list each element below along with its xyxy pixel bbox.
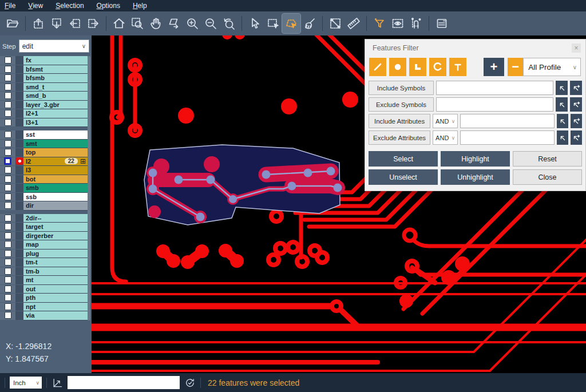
- include-attributes-button[interactable]: Include Attributes: [369, 114, 430, 128]
- layer-name[interactable]: bot: [23, 175, 88, 184]
- exclude-symbols-button[interactable]: Exclude Symbols: [369, 97, 434, 112]
- include-symbols-button[interactable]: Include Symbols: [369, 81, 434, 95]
- zoom-in-button[interactable]: [183, 14, 201, 33]
- zoom-area-button[interactable]: [128, 14, 146, 33]
- drag-view-button[interactable]: [165, 14, 183, 33]
- layer-checkbox[interactable]: [4, 157, 11, 165]
- layer-checkbox[interactable]: [5, 223, 11, 230]
- layer-name[interactable]: smd_t: [23, 83, 88, 92]
- pick-add-button[interactable]: [570, 81, 582, 95]
- layer-checkbox[interactable]: [5, 131, 11, 138]
- menu-view[interactable]: View: [28, 2, 43, 10]
- layer-name[interactable]: l3+1: [23, 118, 88, 128]
- layer-checkbox[interactable]: [5, 268, 11, 275]
- pick-add-button[interactable]: [571, 114, 582, 128]
- layer-name[interactable]: fx: [23, 56, 88, 65]
- angle-measure-icon[interactable]: [52, 377, 63, 389]
- layer-checkbox[interactable]: [5, 57, 11, 64]
- pick-add-button[interactable]: [571, 130, 582, 145]
- layer-name[interactable]: sst: [23, 130, 88, 140]
- layer-name[interactable]: plug: [23, 250, 88, 259]
- home-view-button[interactable]: [110, 14, 128, 33]
- layers-panel-button[interactable]: [433, 14, 451, 33]
- snap-mode-button[interactable]: [407, 14, 425, 33]
- layer-name[interactable]: smt: [23, 140, 88, 149]
- pick-button[interactable]: [556, 97, 568, 112]
- dialog-titlebar[interactable]: Features Filter ×: [365, 39, 585, 56]
- send-left-button[interactable]: [66, 14, 84, 33]
- polarity-positive-button[interactable]: +: [484, 58, 504, 76]
- exclude-attributes-button[interactable]: Exclude Attributes: [369, 130, 430, 145]
- layer-name[interactable]: l2+1: [23, 109, 88, 118]
- feature-type-surface-button[interactable]: [409, 58, 426, 76]
- select-polygon-button[interactable]: [282, 14, 300, 33]
- grid-icon[interactable]: ⊞: [80, 157, 86, 165]
- layer-checkbox[interactable]: [5, 294, 11, 301]
- layer-checkbox[interactable]: [5, 184, 11, 191]
- exclude-attributes-input[interactable]: [460, 130, 555, 145]
- layer-checkbox[interactable]: [5, 66, 11, 73]
- send-down-button[interactable]: [47, 14, 66, 33]
- layer-name[interactable]: via: [23, 311, 88, 320]
- layer-checkbox[interactable]: [5, 140, 11, 147]
- exclude-symbols-input[interactable]: [436, 97, 553, 112]
- layer-checkbox[interactable]: [5, 276, 11, 283]
- layer-name[interactable]: npt: [23, 303, 88, 312]
- pick-button[interactable]: [557, 130, 568, 145]
- features-filter-button[interactable]: [370, 14, 389, 33]
- layer-name[interactable]: bfsmt: [23, 65, 88, 74]
- pick-add-button[interactable]: [570, 97, 582, 112]
- layer-checkbox[interactable]: [5, 176, 11, 183]
- layer-name[interactable]: layer_3.gbr: [23, 101, 88, 110]
- layer-checkbox[interactable]: [5, 119, 11, 126]
- include-attributes-input[interactable]: [460, 114, 555, 128]
- feature-type-arc-button[interactable]: [429, 58, 446, 76]
- logic-select[interactable]: AND∨: [433, 114, 458, 128]
- layer-list-scrollbar[interactable]: [88, 56, 90, 320]
- menu-options[interactable]: Options: [97, 2, 120, 10]
- select-button[interactable]: Select: [369, 151, 438, 167]
- measure-ruler-button[interactable]: [345, 14, 363, 33]
- highlight-button[interactable]: Highlight: [441, 151, 510, 167]
- unhighlight-button[interactable]: Unhighlight: [441, 169, 510, 185]
- step-select[interactable]: edit ∨: [19, 39, 89, 53]
- layer-checkbox[interactable]: [5, 241, 11, 248]
- layer-checkbox[interactable]: [5, 101, 11, 108]
- command-input[interactable]: [68, 376, 180, 389]
- polarity-negative-button[interactable]: −: [508, 58, 523, 76]
- send-up-button[interactable]: [29, 14, 47, 33]
- layer-checkbox[interactable]: [5, 259, 11, 266]
- layer-name[interactable]: map: [23, 240, 88, 250]
- layer-checkbox[interactable]: [5, 232, 11, 239]
- layer-name[interactable]: top: [23, 148, 88, 157]
- layer-checkbox[interactable]: [5, 110, 11, 117]
- profile-select[interactable]: All Profile ∨: [523, 58, 581, 76]
- layer-name[interactable]: tm-b: [23, 267, 88, 276]
- layer-name[interactable]: smb: [23, 184, 88, 193]
- layer-checkbox[interactable]: [5, 149, 11, 156]
- pick-button[interactable]: [556, 81, 568, 95]
- pan-hand-button[interactable]: [146, 14, 165, 33]
- layer-checkbox[interactable]: [5, 303, 11, 310]
- layer-name[interactable]: tm-t: [23, 258, 88, 267]
- feature-type-pad-button[interactable]: [389, 58, 406, 76]
- layer-name[interactable]: pth: [23, 294, 88, 303]
- menu-file[interactable]: File: [5, 2, 15, 10]
- layer-checkbox[interactable]: [5, 193, 11, 200]
- layer-checkbox[interactable]: [5, 286, 11, 292]
- send-right-button[interactable]: [84, 14, 102, 33]
- layer-name[interactable]: smd_b: [23, 92, 88, 101]
- units-select[interactable]: Inch ∨: [10, 377, 42, 389]
- zoom-previous-button[interactable]: [220, 14, 238, 33]
- select-cursor-button[interactable]: [246, 14, 264, 33]
- feature-type-line-button[interactable]: [369, 58, 386, 76]
- layer-name[interactable]: l3: [23, 166, 88, 175]
- pick-button[interactable]: [557, 114, 568, 128]
- layer-name[interactable]: l222⊞: [23, 157, 88, 167]
- close-icon[interactable]: ×: [572, 43, 581, 53]
- layer-checkbox[interactable]: [5, 215, 11, 221]
- layer-checkbox[interactable]: [5, 202, 11, 209]
- layer-checkbox[interactable]: [5, 84, 11, 90]
- layer-name[interactable]: dir: [23, 201, 88, 211]
- feature-type-text-button[interactable]: [449, 58, 466, 76]
